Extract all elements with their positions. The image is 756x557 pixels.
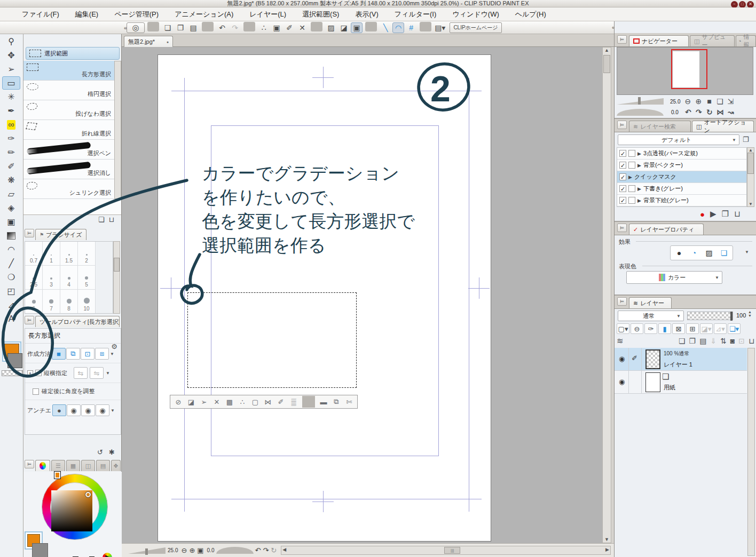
enabled-checkbox[interactable]: ✓ bbox=[619, 197, 626, 204]
command-button[interactable]: ▤ bbox=[187, 22, 199, 33]
layer-tool-icon[interactable]: ⊖ bbox=[631, 323, 643, 334]
brushsize-cell[interactable]: 2.5 bbox=[25, 266, 43, 290]
subtool-item[interactable]: 投げなわ選択 bbox=[23, 100, 114, 120]
tool-button[interactable]: ✏ bbox=[2, 146, 20, 159]
effect-button[interactable]: ▨ bbox=[702, 247, 716, 259]
title-bar[interactable]: 無題2.jpg* (B5 182.00 x 257.00mm 製本サイズ:A5 … bbox=[0, 0, 756, 7]
brushsize-cell[interactable]: 4 bbox=[60, 266, 78, 290]
launcher-button[interactable]: ▒ bbox=[287, 396, 300, 408]
effect-button[interactable]: ◔ bbox=[687, 247, 702, 259]
register-settings-icon[interactable]: ✱ bbox=[109, 448, 115, 456]
menu-item[interactable]: ページ管理(P) bbox=[106, 7, 167, 21]
subtool-item[interactable]: 長方形選択 bbox=[23, 61, 114, 81]
eye-icon[interactable]: ◉ bbox=[619, 355, 625, 363]
pause-checkbox[interactable] bbox=[628, 150, 635, 157]
launcher-button[interactable]: ◪ bbox=[185, 396, 198, 408]
command-button[interactable]: ✐ bbox=[284, 22, 295, 33]
subtool-item[interactable]: 選択消し bbox=[23, 160, 114, 179]
tool-button[interactable]: ⚲ bbox=[2, 35, 20, 48]
subtool-group-selection[interactable]: 選択範囲 bbox=[26, 47, 120, 60]
document-tab[interactable]: 無題2.jpg* ● bbox=[124, 36, 173, 47]
hue-cursor[interactable] bbox=[54, 472, 60, 479]
launcher-button[interactable]: ▢ bbox=[249, 396, 262, 408]
brushsize-cell[interactable]: 10 bbox=[78, 290, 96, 314]
tool-button[interactable]: ◠ bbox=[2, 243, 20, 256]
menu-item[interactable]: 表示(V) bbox=[347, 7, 386, 21]
autoaction-footer-icon[interactable]: ⊔ bbox=[734, 209, 741, 219]
expand-triangle-icon[interactable]: ▶ bbox=[628, 174, 632, 180]
command-button[interactable]: ▨ bbox=[325, 22, 337, 33]
autoaction-footer-icon[interactable]: ❐ bbox=[722, 209, 729, 219]
brushsize-cell[interactable]: 0.7 bbox=[25, 242, 43, 266]
create-method-button[interactable]: ⧉ bbox=[66, 348, 80, 360]
effect-button[interactable]: ❏ bbox=[716, 247, 731, 259]
autoaction-item[interactable]: ✓ ▶ クイックマスク bbox=[617, 171, 746, 183]
tab-layer-property[interactable]: ✓レイヤープロパティ bbox=[629, 224, 704, 235]
layer-action-icon[interactable]: ⊔ bbox=[749, 337, 754, 345]
expand-triangle-icon[interactable]: ▶ bbox=[637, 186, 641, 192]
command-button[interactable]: ∴ bbox=[258, 22, 270, 33]
launcher-button[interactable]: ✄ bbox=[343, 396, 356, 408]
layer-row[interactable]: ◉ 100 %通常 レイヤー 1 bbox=[615, 348, 747, 371]
tab-autoaction[interactable]: ◫オートアクション bbox=[692, 121, 754, 132]
subtool-item[interactable]: 楕円選択 bbox=[23, 81, 114, 100]
command-button[interactable] bbox=[365, 22, 377, 31]
approximate-color-tab[interactable]: ▤ bbox=[96, 460, 110, 471]
color-set-tab[interactable]: ▦ bbox=[66, 460, 80, 471]
zoom-slider[interactable] bbox=[128, 547, 166, 554]
brushsize-cell[interactable]: 1.5 bbox=[60, 242, 78, 266]
tool-button[interactable]: ✑ bbox=[2, 132, 20, 145]
layer-tool-icon[interactable]: ⊞ bbox=[686, 323, 699, 334]
command-button[interactable] bbox=[311, 22, 322, 31]
color-slider-tab[interactable]: ☰ bbox=[51, 460, 65, 471]
rotate-right-icon[interactable]: ↷ bbox=[263, 546, 269, 554]
tool-button[interactable]: ✒ bbox=[2, 104, 20, 117]
subtool-item[interactable]: 選択ペン bbox=[23, 140, 114, 160]
command-button[interactable]: ◎ bbox=[127, 22, 145, 33]
brushsize-scrollbar[interactable] bbox=[113, 241, 120, 314]
autoaction-item[interactable]: ✓ ▶ 下書き(グレー) bbox=[617, 183, 746, 195]
enabled-checkbox[interactable]: ✓ bbox=[619, 162, 626, 169]
canvas-viewport[interactable]: ⊘◪➢✕▩∴▢⋈✐▒▬⧉✄ bbox=[122, 47, 602, 543]
command-button[interactable]: ❐ bbox=[175, 22, 186, 33]
menu-item[interactable]: 編集(E) bbox=[67, 7, 106, 21]
antialias-button[interactable]: ◉ bbox=[96, 404, 109, 416]
brushsize-cell[interactable]: 1 bbox=[43, 242, 60, 266]
chevron-down-icon[interactable]: ▼ bbox=[110, 352, 114, 356]
layer-tool-icon[interactable]: ⊠ bbox=[672, 323, 685, 334]
nav-rotation-icon[interactable]: ↷ bbox=[694, 108, 704, 116]
menu-item[interactable]: アニメーション(A) bbox=[167, 7, 241, 21]
menu-item[interactable]: レイヤー(L) bbox=[241, 7, 294, 21]
layer-action-icon[interactable]: ▤ bbox=[699, 337, 706, 345]
brushsize-cell[interactable]: 8 bbox=[60, 290, 78, 314]
expression-color-dropdown[interactable]: カラー ▼ bbox=[626, 271, 722, 284]
tool-button[interactable]: ✥ bbox=[2, 49, 20, 62]
layer-thumbnail[interactable] bbox=[645, 349, 660, 369]
angle-adjust-checkbox[interactable] bbox=[33, 388, 39, 395]
nav-zoom-slider[interactable] bbox=[617, 98, 664, 105]
sv-cursor[interactable] bbox=[85, 492, 91, 497]
tab-navigator[interactable]: ナビゲーター bbox=[629, 35, 689, 46]
launcher-button[interactable]: ⋈ bbox=[262, 396, 274, 408]
rotate-left-icon[interactable]: ↶ bbox=[255, 546, 261, 554]
command-button[interactable]: ╲ bbox=[380, 22, 391, 33]
tool-button[interactable]: ✐ bbox=[2, 160, 20, 173]
toolproperty-tab[interactable]: ツールプロパティ[長方形選択] bbox=[35, 316, 120, 327]
autoaction-item[interactable]: ✓ ▶ 背景下絵(グレー) bbox=[617, 195, 746, 206]
brushsize-cell[interactable]: 5 bbox=[78, 266, 96, 290]
menu-item[interactable]: ウィンドウ(W) bbox=[444, 7, 507, 21]
enabled-checkbox[interactable]: ✓ bbox=[619, 173, 626, 180]
opacity-spinner[interactable]: ▲▼ bbox=[748, 310, 752, 317]
menu-item[interactable]: フィルター(I) bbox=[387, 7, 445, 21]
chevron-down-icon[interactable]: ▼ bbox=[745, 250, 749, 254]
layer-action-icon[interactable]: ⇓ bbox=[710, 337, 716, 345]
wrench-icon[interactable]: ⚙ bbox=[111, 343, 117, 351]
command-button[interactable]: ▣ bbox=[351, 22, 363, 33]
create-method-button[interactable]: ⧈ bbox=[95, 348, 109, 360]
command-button[interactable]: ▤▾ bbox=[434, 22, 446, 33]
zoom-in-icon[interactable]: ⊕ bbox=[189, 546, 195, 554]
autoaction-item[interactable]: ✓ ▶ bbox=[617, 206, 746, 207]
zoom-out-icon[interactable]: ⊖ bbox=[181, 546, 187, 554]
tool-button[interactable]: ▣ bbox=[2, 215, 20, 228]
tool-button[interactable]: ◈ bbox=[2, 201, 20, 214]
